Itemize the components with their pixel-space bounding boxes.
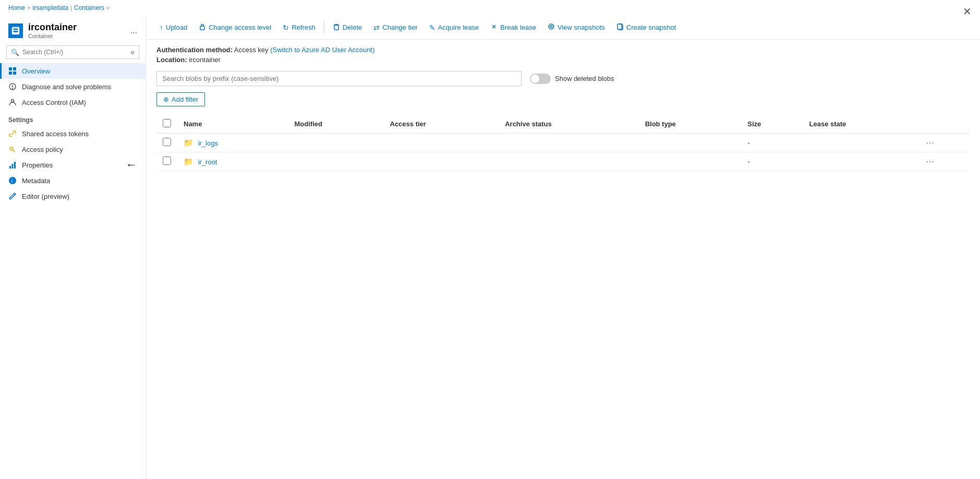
row-more-options-button[interactable]: ···: [926, 157, 935, 166]
sidebar-item-properties[interactable]: Properties ←: [0, 157, 146, 173]
show-deleted-label: Show deleted blobs: [555, 75, 614, 82]
select-all-checkbox[interactable]: [163, 119, 171, 127]
row-archive-status-cell: [499, 134, 638, 152]
svg-point-10: [10, 147, 13, 150]
select-all-col: [156, 115, 177, 134]
col-size: Size: [741, 115, 803, 134]
properties-arrow-icon: ←: [126, 158, 137, 172]
sidebar-item-shared-access-label: Shared access tokens: [22, 130, 89, 138]
col-name: Name: [177, 115, 288, 134]
row-lease-state-cell: [803, 152, 920, 171]
svg-point-8: [13, 88, 13, 89]
folder-link-ir-root[interactable]: ir_root: [198, 158, 217, 166]
change-access-level-button[interactable]: Change access level: [193, 20, 276, 35]
svg-rect-3: [9, 67, 12, 70]
breadcrumb-storage[interactable]: irsampledata: [32, 4, 68, 11]
iam-icon: [8, 98, 17, 106]
col-actions: [920, 115, 970, 134]
svg-rect-6: [13, 71, 16, 75]
location-value: ircontainer: [189, 56, 221, 64]
upload-label: Upload: [166, 23, 187, 31]
breadcrumb-containers[interactable]: Containers: [74, 4, 104, 11]
row-name-cell: 📁 ir_root: [177, 152, 288, 171]
refresh-button[interactable]: ↻ Refresh: [277, 20, 321, 35]
location-label: Location:: [156, 56, 187, 64]
location-info: Location: ircontainer: [156, 56, 970, 64]
change-access-level-label: Change access level: [209, 23, 271, 31]
metadata-icon: i: [8, 176, 17, 185]
sidebar-item-editor[interactable]: Editor (preview): [0, 188, 146, 204]
sidebar-title: ircontainer: [28, 22, 77, 33]
search-bar-row: Show deleted blobs: [156, 71, 970, 86]
svg-rect-12: [12, 164, 14, 169]
break-lease-icon: [490, 23, 498, 32]
delete-button[interactable]: Delete: [328, 20, 368, 35]
create-snapshot-icon: [616, 23, 624, 32]
breadcrumb-home[interactable]: Home: [8, 4, 25, 11]
svg-point-9: [11, 100, 14, 102]
key-icon: [8, 145, 17, 153]
row-access-tier-cell: [384, 134, 499, 152]
sidebar-item-diagnose[interactable]: Diagnose and solve problems: [0, 79, 146, 94]
close-button[interactable]: ✕: [963, 5, 972, 18]
show-deleted-toggle[interactable]: [530, 74, 551, 84]
row-size-cell: -: [741, 152, 803, 171]
sidebar-more-button[interactable]: ...: [130, 26, 137, 35]
svg-point-19: [550, 26, 552, 28]
folder-link-ir-logs[interactable]: ir_logs: [198, 139, 218, 147]
row-name-cell: 📁 ir_logs: [177, 134, 288, 152]
row-blob-type-cell: [639, 134, 742, 152]
svg-rect-5: [9, 71, 12, 75]
sidebar-item-access-policy[interactable]: Access policy: [0, 141, 146, 157]
sidebar-title-block: ircontainer Container: [28, 22, 77, 39]
break-lease-button[interactable]: Break lease: [485, 20, 541, 35]
sidebar-item-shared-access-tokens[interactable]: Shared access tokens: [0, 126, 146, 141]
delete-icon: [333, 23, 340, 32]
overview-icon: [8, 67, 17, 75]
row-select-checkbox[interactable]: [163, 157, 171, 165]
row-modified-cell: [288, 152, 384, 171]
content-body: Authentication method: Access key (Switc…: [146, 40, 980, 479]
col-modified: Modified: [288, 115, 384, 134]
sidebar-item-iam-label: Access Control (IAM): [22, 99, 86, 106]
breadcrumb-sep2: |: [70, 5, 72, 11]
create-snapshot-label: Create snapshot: [626, 23, 676, 31]
folder-icon: 📁: [184, 157, 193, 166]
svg-rect-4: [13, 67, 16, 70]
add-filter-icon: ⊕: [163, 95, 169, 103]
auth-prefix: Authentication method:: [156, 46, 233, 54]
editor-icon: [8, 192, 17, 200]
settings-section-label: Settings: [0, 110, 146, 126]
row-select-checkbox[interactable]: [163, 138, 171, 146]
sidebar-item-overview-label: Overview: [22, 67, 50, 75]
diagnose-icon: [8, 82, 17, 91]
upload-button[interactable]: ↑ Upload: [154, 20, 192, 35]
collapse-sidebar-button[interactable]: «: [130, 48, 135, 56]
add-filter-button[interactable]: ⊕ Add filter: [156, 92, 205, 106]
acquire-lease-button[interactable]: ✎ Acquire lease: [424, 20, 485, 35]
toggle-knob: [531, 75, 539, 83]
svg-rect-13: [14, 162, 16, 169]
sidebar-item-overview[interactable]: Overview: [0, 63, 146, 79]
row-more-options-button[interactable]: ···: [926, 138, 935, 147]
sidebar-item-metadata[interactable]: i Metadata: [0, 173, 146, 188]
sidebar-item-metadata-label: Metadata: [22, 177, 50, 185]
change-tier-label: Change tier: [382, 23, 417, 31]
sidebar-item-editor-label: Editor (preview): [22, 193, 69, 200]
row-lease-state-cell: [803, 134, 920, 152]
sidebar-item-access-control[interactable]: Access Control (IAM): [0, 94, 146, 110]
col-blob-type: Blob type: [639, 115, 742, 134]
create-snapshot-button[interactable]: Create snapshot: [611, 20, 681, 35]
sidebar-subtitle: Container: [28, 33, 77, 39]
sidebar-search-box: 🔍 «: [6, 45, 139, 59]
sidebar: ircontainer Container ... 🔍 « Overview D…: [0, 16, 146, 479]
sidebar-search-input[interactable]: [22, 49, 127, 56]
view-snapshots-button[interactable]: View snapshots: [542, 20, 610, 35]
show-deleted-toggle-row: Show deleted blobs: [530, 74, 614, 84]
table-row: 📁 ir_root - ···: [156, 152, 970, 171]
svg-rect-16: [200, 26, 204, 30]
switch-auth-link[interactable]: (Switch to Azure AD User Account): [270, 46, 374, 54]
change-tier-button[interactable]: ⇄ Change tier: [368, 20, 422, 35]
svg-rect-20: [618, 24, 622, 29]
blob-search-input[interactable]: [156, 71, 522, 86]
